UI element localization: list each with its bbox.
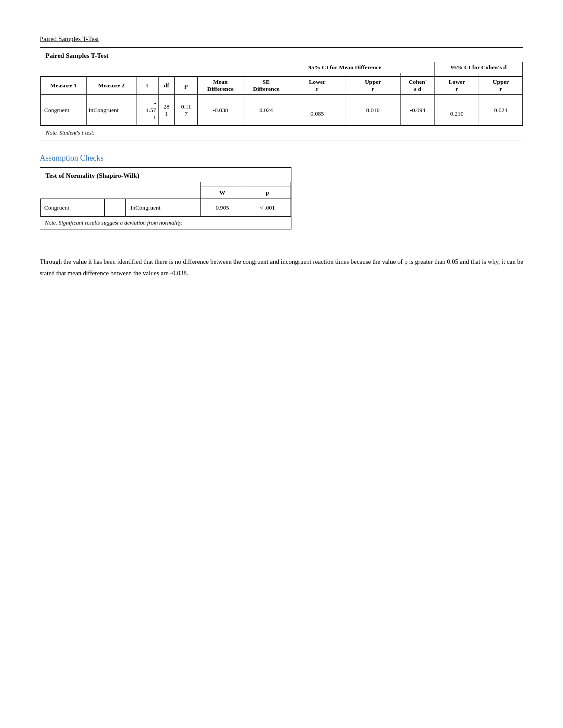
col-measure2: Measure 2 (87, 77, 136, 95)
cell-lower-r: -0.085 (289, 95, 345, 126)
col-measure1: Measure 1 (41, 77, 87, 95)
ci-mean-header: 95% CI for Mean Difference (289, 62, 401, 73)
cell-lower-r2: -0.210 (435, 95, 479, 126)
col-mean-diff: MeanDifference (197, 77, 243, 95)
col-upper-r: Upperr (345, 77, 401, 95)
normality-data-row: Congruent - InCongruent 0.905 < .001 (41, 199, 291, 217)
col-se-diff: SEDifference (243, 77, 289, 95)
paired-note-row: Note. Student's t-test. (41, 126, 523, 140)
cell-measure1: Congruent (41, 95, 87, 126)
col-cohens-d: Cohen's d (401, 77, 435, 95)
norm-sep: - (104, 199, 126, 217)
paired-note: Note. Student's t-test. (41, 126, 523, 140)
main-section-title: Paired Samples T-Test (40, 35, 523, 43)
column-header-row: Measure 1 Measure 2 t df p MeanDifferenc… (41, 77, 523, 95)
col-w: W (201, 187, 244, 199)
normality-note: Note. Significant results suggest a devi… (41, 217, 291, 229)
paired-table-title: Paired Samples T-Test (40, 48, 523, 62)
paired-samples-table-wrapper: Paired Samples T-Test 95% CI for Mean Di… (40, 47, 523, 140)
cell-df: 281 (158, 95, 175, 126)
cell-mean-diff: -0.038 (197, 95, 243, 126)
cell-upper-r: 0.010 (345, 95, 401, 126)
ci-header-row: 95% CI for Mean Difference 95% CI for Co… (41, 62, 523, 73)
col-t: t (136, 77, 158, 95)
assumption-title: Assumption Checks (40, 154, 523, 163)
ci-cohen-header: 95% CI for Cohen's d (435, 62, 523, 73)
cell-upper-r2: 0.024 (479, 95, 523, 126)
cell-cohens-d: -0.094 (401, 95, 435, 126)
cell-se-diff: 0.024 (243, 95, 289, 126)
normality-spacer-row (41, 182, 291, 187)
normality-header-row: W p (41, 187, 291, 199)
normality-table-title: Test of Normality (Shapiro-Wilk) (40, 168, 291, 182)
col-p: p (175, 77, 197, 95)
normality-table: W p Congruent - InCongruent 0.905 < .001… (40, 182, 291, 229)
conclusion-paragraph: Through the value it has been identified… (40, 256, 523, 279)
col-lower-r: Lowerr (289, 77, 345, 95)
cell-p: 0.117 (175, 95, 197, 126)
header-spacer-row (41, 73, 523, 77)
col-df: df (158, 77, 175, 95)
norm-w: 0.905 (201, 199, 244, 217)
col-lower-r2: Lowerr (435, 77, 479, 95)
col-p-norm: p (244, 187, 291, 199)
paired-samples-table: 95% CI for Mean Difference 95% CI for Co… (40, 62, 523, 140)
norm-col1: Congruent (41, 199, 105, 217)
normality-table-wrapper: Test of Normality (Shapiro-Wilk) W p Con… (40, 167, 291, 229)
data-row: Congruent InCongruent -1.571 281 0.117 -… (41, 95, 523, 126)
norm-col2: InCongruent (126, 199, 201, 217)
normality-note-row: Note. Significant results suggest a devi… (41, 217, 291, 229)
norm-p: < .001 (244, 199, 291, 217)
cell-t: -1.571 (136, 95, 158, 126)
cell-measure2: InCongruent (87, 95, 136, 126)
col-upper-r2: Upperr (479, 77, 523, 95)
